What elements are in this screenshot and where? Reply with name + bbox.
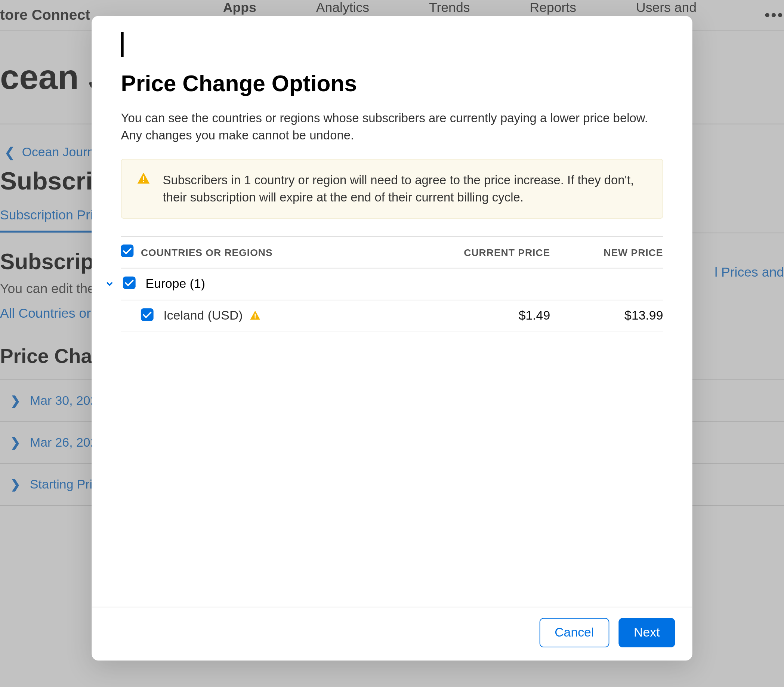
column-header-new-price: NEW PRICE [550, 247, 663, 258]
warning-text: Subscribers in 1 country or region will … [163, 171, 648, 205]
row-label-iceland: Iceland (USD) [163, 308, 243, 323]
cancel-button[interactable]: Cancel [539, 618, 609, 648]
svg-rect-1 [143, 181, 144, 182]
warning-icon [136, 171, 151, 186]
group-label-europe: Europe (1) [143, 276, 417, 291]
svg-rect-0 [143, 176, 144, 180]
svg-rect-2 [255, 314, 256, 317]
modal-title: Price Change Options [121, 70, 663, 96]
modal-overlay: Price Change Options You can see the cou… [0, 0, 784, 687]
modal-footer: Cancel Next [92, 606, 692, 661]
price-change-options-modal: Price Change Options You can see the cou… [92, 16, 692, 661]
warning-banner: Subscribers in 1 country or region will … [121, 159, 663, 219]
row-checkbox-iceland[interactable] [141, 308, 154, 321]
table-group-europe: Europe (1) [103, 268, 663, 300]
countries-table: COUNTRIES OR REGIONS CURRENT PRICE NEW P… [121, 235, 663, 332]
modal-description: You can see the countries or regions who… [121, 110, 663, 144]
warning-icon [249, 310, 261, 322]
table-header-row: COUNTRIES OR REGIONS CURRENT PRICE NEW P… [121, 235, 663, 268]
group-checkbox-europe[interactable] [123, 276, 136, 289]
next-button[interactable]: Next [618, 618, 675, 648]
current-price-cell: $1.49 [417, 308, 550, 323]
column-header-countries: COUNTRIES OR REGIONS [141, 247, 417, 258]
svg-rect-3 [255, 317, 256, 319]
chevron-down-icon[interactable] [103, 277, 116, 291]
table-row: Iceland (USD) $1.49 $13.99 [121, 299, 663, 332]
column-header-current-price: CURRENT PRICE [417, 247, 550, 258]
new-price-cell: $13.99 [550, 308, 663, 323]
caret-indicator [121, 32, 124, 57]
select-all-checkbox[interactable] [121, 245, 134, 257]
